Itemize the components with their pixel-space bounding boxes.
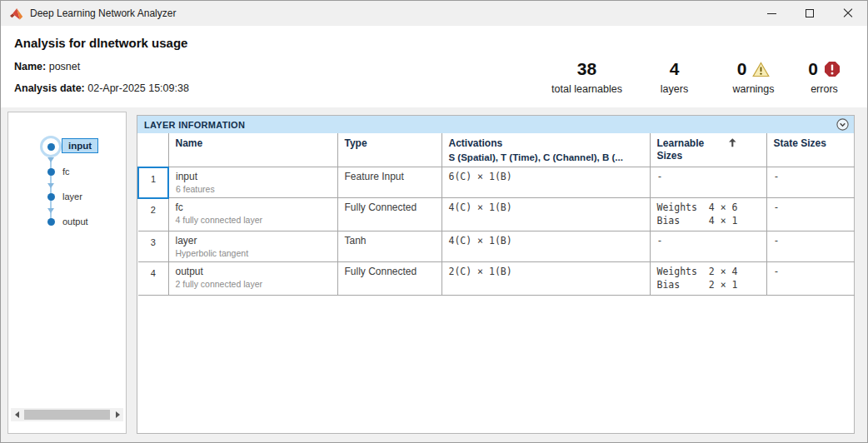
analysis-header: Analysis for dlnetwork usage Name: posne… [1,26,867,107]
layer-table: Name Type Activations S (Spatial), T (Ti… [137,133,855,296]
column-header-name[interactable]: Name [168,133,337,167]
layers-value: 4 [670,59,680,79]
minimize-icon [767,13,776,14]
column-header-rownum [138,133,168,167]
network-name-value: posnet [49,61,81,72]
type-cell[interactable]: Tanh [337,231,441,262]
name-cell[interactable]: layer Hyperbolic tangent [168,231,337,262]
name-cell[interactable]: output 2 fully connected layer [168,262,337,296]
warning-icon [752,62,770,77]
name-cell[interactable]: input 6 features [168,167,337,198]
analysis-date-value: 02-Apr-2025 15:09:38 [87,82,189,94]
chevron-down-circle-icon [836,118,849,131]
collapse-section-button[interactable] [836,118,849,132]
state-sizes-cell[interactable]: - [766,198,855,231]
total-learnables-value: 38 [577,59,596,79]
row-number-cell[interactable]: 4 [138,262,168,296]
activations-cell[interactable]: 2(C) × 1(B) [441,262,650,296]
matlab-logo-icon [9,7,23,20]
learnable-sizes-cell[interactable]: - [650,231,766,262]
diagram-node-label-input[interactable]: input [62,138,98,153]
errors-label: errors [793,83,856,95]
name-cell[interactable]: fc 4 fully connected layer [168,198,337,231]
state-sizes-cell[interactable]: - [766,262,855,296]
scroll-left-icon [15,411,19,418]
column-header-type[interactable]: Type [337,133,441,167]
layer-information-title: LAYER INFORMATION [144,120,245,130]
row-number-cell[interactable]: 1 [138,167,168,198]
activations-subheader: S (Spatial), T (Time), C (Channel), B (.… [449,152,643,163]
activations-cell[interactable]: 4(C) × 1(B) [441,231,650,262]
error-icon [824,61,841,77]
scrollbar-thumb[interactable] [24,410,110,420]
learnable-sizes-cell[interactable]: Weights 4 × 6 Bias 4 × 1 [650,198,766,231]
type-cell[interactable]: Fully Connected [337,198,441,231]
layer-information-header: LAYER INFORMATION [137,116,854,133]
table-header-row: Name Type Activations S (Spatial), T (Ti… [138,133,855,167]
diagram-horizontal-scrollbar[interactable] [11,408,123,421]
diagram-node-label-layer[interactable]: layer [62,192,82,202]
activations-cell[interactable]: 4(C) × 1(B) [441,198,650,231]
column-header-state-sizes[interactable]: State Sizes [766,133,855,167]
app-window: Deep Learning Network Analyzer Analysis … [0,0,868,443]
network-diagram-panel: input fc layer output [7,112,127,434]
minimize-button[interactable] [752,1,791,26]
title-bar: Deep Learning Network Analyzer [1,1,867,26]
window-controls [752,1,867,26]
network-name-label: Name: [14,61,46,72]
type-cell[interactable]: Fully Connected [337,262,441,296]
layer-information-panel: LAYER INFORMATION Name Type Activ [137,115,855,434]
scroll-left-button[interactable] [11,408,22,421]
stat-errors: 0 errors [793,59,856,95]
summary-stats: 38 total learnables 4 layers 0 warnings [539,59,856,95]
page-title: Analysis for dlnetwork usage [14,36,187,50]
network-name-line: Name: posnet [14,61,80,72]
warnings-value: 0 [737,59,747,79]
table-row[interactable]: 1 input 6 features Feature Input 6(C) × … [138,167,855,198]
diagram-node-dot-input[interactable] [47,143,55,151]
diagram-node-label-fc[interactable]: fc [62,167,70,177]
diagram-node-dot-fc[interactable] [47,168,55,176]
close-icon [843,8,853,18]
diagram-node-dot-layer[interactable] [47,193,55,201]
scroll-right-icon [116,411,120,418]
table-row[interactable]: 3 layer Hyperbolic tangent Tanh 4(C) × 1… [138,231,855,262]
column-header-activations[interactable]: Activations S (Spatial), T (Time), C (Ch… [441,133,650,167]
stat-total-learnables: 38 total learnables [539,59,635,95]
close-button[interactable] [829,1,867,26]
state-sizes-cell[interactable]: - [766,231,855,262]
errors-value: 0 [808,59,818,79]
state-sizes-cell[interactable]: - [766,167,855,198]
activations-cell[interactable]: 6(C) × 1(B) [441,167,650,198]
total-learnables-label: total learnables [539,83,635,95]
edge-arrow-icon [47,208,54,213]
stat-layers: 4 layers [635,59,714,95]
sort-ascending-icon [729,138,736,147]
analysis-date-line: Analysis date: 02-Apr-2025 15:09:38 [14,82,189,94]
layers-label: layers [635,83,714,95]
maximize-button[interactable] [791,1,829,26]
stat-warnings: 0 warnings [714,59,793,95]
table-row[interactable]: 2 fc 4 fully connected layer Fully Conne… [138,198,855,231]
row-number-cell[interactable]: 3 [138,231,168,262]
edge-arrow-icon [47,183,54,188]
table-row[interactable]: 4 output 2 fully connected layer Fully C… [138,262,855,296]
analysis-date-label: Analysis date: [14,82,85,94]
learnable-sizes-cell[interactable]: Weights 2 × 4 Bias 2 × 1 [650,262,766,296]
learnable-sizes-cell[interactable]: - [650,167,766,198]
scroll-right-button[interactable] [112,408,123,421]
warnings-label: warnings [714,83,793,95]
column-header-learnable-sizes[interactable]: Learnable Sizes [650,133,766,167]
diagram-node-dot-output[interactable] [47,218,55,226]
maximize-icon [806,9,814,17]
diagram-node-label-output[interactable]: output [62,217,88,226]
type-cell[interactable]: Feature Input [337,167,441,198]
edge-arrow-icon [47,157,54,162]
window-title: Deep Learning Network Analyzer [30,7,176,19]
row-number-cell[interactable]: 2 [138,198,168,231]
